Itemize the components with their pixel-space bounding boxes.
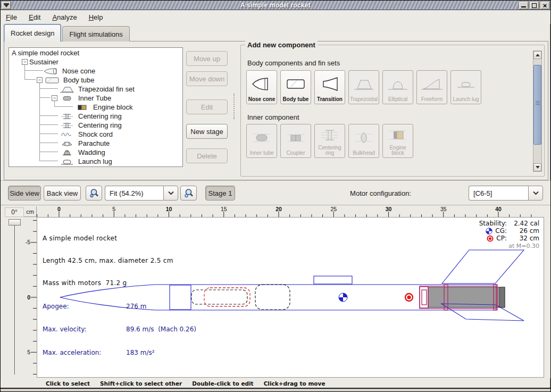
tree-item-centering-ring-2[interactable]: Centering ring [9, 121, 122, 130]
collapse-icon[interactable]: − [22, 59, 28, 65]
add-elliptical-fin-button[interactable]: Elliptical [382, 70, 413, 104]
add-nose-cone-button[interactable]: Nose cone [246, 70, 277, 104]
move-up-button[interactable]: Move up [186, 51, 228, 66]
launch-lug-icon [59, 158, 75, 165]
add-trapezoidal-fin-button[interactable]: Trapezoidal [348, 70, 379, 104]
maximize-button[interactable] [529, 1, 539, 10]
parachute-icon [59, 140, 75, 147]
stage-1-toggle[interactable]: Stage 1 [205, 186, 235, 201]
rotation-slider-handle[interactable] [9, 219, 21, 226]
menu-help[interactable]: Help [89, 13, 103, 21]
tree-item-wadding[interactable]: Wadding [9, 148, 105, 157]
inner-component-label: Inner component [247, 113, 299, 121]
view-toolbar: Side view Back view Fit (54.2%) Stage 1 … [1, 180, 550, 205]
add-freeform-fin-button[interactable]: Freeform [416, 70, 447, 104]
tree-item-inner-tube[interactable]: − Inner Tube [9, 94, 111, 103]
centering-ring-icon [318, 124, 341, 145]
add-launch-lug-button[interactable]: Launch lug [450, 70, 481, 104]
cp-icon [487, 235, 494, 242]
tree-item-shock-cord[interactable]: Shock cord [9, 130, 113, 139]
chevron-down-icon [536, 166, 540, 169]
zoom-out-button[interactable] [86, 186, 102, 201]
hint-double-click: Double-click to edit [192, 380, 253, 387]
zoom-level-value[interactable]: Fit (54.2%) [105, 186, 163, 201]
rotation-slider-track[interactable] [14, 222, 15, 374]
elliptical-fin-icon [386, 71, 410, 97]
motor-configuration-value[interactable]: [C6-5] [469, 186, 528, 201]
component-tree[interactable]: A simple model rocket − Sustainer Nose c… [9, 47, 183, 167]
motor-configuration-label: Motor configuration: [350, 186, 411, 201]
tab-rocket-design[interactable]: Rocket design [4, 24, 61, 41]
tree-item-body-tube[interactable]: − Body tube [9, 76, 95, 85]
scrollbar-thumb[interactable] [533, 65, 541, 145]
tree-item-launch-lug[interactable]: Launch lug [9, 157, 112, 166]
panel-splitter[interactable] [233, 94, 235, 119]
add-inner-tube-button[interactable]: Inner tube [246, 124, 277, 158]
zoom-level-combo[interactable]: Fit (54.2%) [105, 186, 178, 201]
centering-ring-icon [59, 113, 75, 120]
svg-text:10: 10 [166, 206, 172, 212]
coupler-icon [284, 124, 307, 151]
status-bar: Click to select Shift+click to select ot… [1, 378, 550, 389]
rocket-canvas[interactable]: A simple model rocket Length 42.5 cm, ma… [37, 217, 544, 378]
svg-text:5: 5 [112, 206, 115, 212]
collapse-icon[interactable]: − [37, 77, 43, 83]
tab-bar: Rocket design Flight simulations [4, 24, 131, 41]
tree-item-rocket-root[interactable]: A simple model rocket [9, 48, 79, 57]
side-view-button[interactable]: Side view [8, 186, 41, 201]
maximize-icon [532, 3, 537, 8]
application-window: A simple model rocket × File Edit Analyz… [0, 0, 551, 392]
svg-text:5: 5 [27, 349, 30, 355]
nose-cone-icon [250, 71, 273, 97]
body-tube-icon [44, 77, 60, 84]
tree-item-nose-cone[interactable]: Nose cone [9, 66, 95, 76]
add-body-tube-button[interactable]: Body tube [280, 70, 311, 104]
titlebar[interactable]: A simple model rocket × [1, 1, 550, 10]
tree-item-trapezoidal-fin-set[interactable]: Trapezoidal fin set [9, 85, 135, 94]
add-coupler-button[interactable]: Coupler [280, 124, 311, 158]
menu-file[interactable]: File [6, 13, 17, 21]
cg-value: 26 cm [510, 227, 539, 235]
zoom-out-icon [89, 188, 99, 198]
component-panel-scrollbar[interactable] [533, 51, 542, 172]
menu-edit[interactable]: Edit [29, 13, 40, 21]
back-view-button[interactable]: Back view [44, 186, 81, 201]
tree-item-engine-block[interactable]: Engine block [9, 103, 132, 112]
cg-marker [339, 293, 347, 302]
zoom-in-icon [183, 188, 194, 198]
apogee-value: 276 m [126, 303, 146, 310]
menu-analyze[interactable]: Analyze [52, 13, 77, 21]
new-stage-button[interactable]: New stage [186, 124, 228, 139]
menubar: File Edit Analyze Help [1, 10, 550, 24]
zoom-combo-arrow-button[interactable] [163, 186, 178, 201]
motor-configuration-combo[interactable]: [C6-5] [469, 186, 543, 201]
tab-flight-simulations[interactable]: Flight simulations [62, 26, 129, 41]
trapezoidal-fin-icon [352, 71, 375, 97]
scroll-down-button[interactable] [533, 163, 541, 171]
stability-label: Stability: [479, 220, 507, 227]
add-transition-button[interactable]: Transition [314, 70, 345, 104]
close-button[interactable]: × [540, 1, 550, 10]
zoom-in-button[interactable] [180, 186, 197, 201]
cp-value: 32 cm [510, 235, 539, 242]
body-tube-icon [284, 71, 307, 97]
window-menu-button[interactable] [1, 1, 11, 10]
tree-item-sustainer[interactable]: − Sustainer [9, 57, 59, 66]
cg-icon [486, 228, 492, 235]
scroll-up-button[interactable] [533, 51, 541, 59]
svg-text:-5: -5 [26, 239, 30, 245]
collapse-icon[interactable]: − [52, 95, 57, 101]
delete-button[interactable]: Delete [186, 148, 228, 163]
add-bulkhead-button[interactable]: Bulkhead [348, 124, 379, 158]
motor-combo-arrow-button[interactable] [528, 186, 543, 201]
edit-button[interactable]: Edit [186, 99, 228, 114]
tree-item-centering-ring-1[interactable]: Centering ring [9, 112, 122, 121]
add-engine-block-button[interactable]: Engine block [382, 124, 413, 158]
move-down-button[interactable]: Move down [186, 71, 228, 86]
rocket-mass: Mass with motors 71.2 g [43, 279, 173, 287]
tree-item-parachute[interactable]: Parachute [9, 139, 110, 148]
svg-text:40: 40 [495, 206, 502, 212]
add-centering-ring-button[interactable]: Centering ring [314, 124, 345, 158]
acceleration-label: Max. acceleration: [43, 349, 126, 357]
minimize-button[interactable] [519, 1, 529, 10]
